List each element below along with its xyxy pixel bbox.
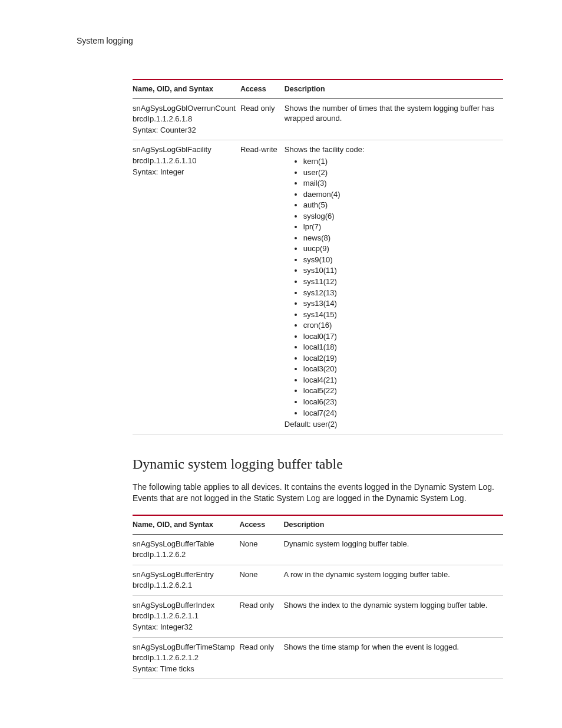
object-name: snAgSysLogBufferIndex — [133, 600, 234, 611]
col-header-name: Name, OID, and Syntax — [133, 80, 240, 98]
cell-access: Read-write — [240, 140, 285, 434]
cell-access: None — [239, 565, 283, 595]
col-header-desc: Description — [284, 515, 504, 534]
object-name: snAgSysLogGblOverrunCount — [133, 103, 236, 114]
syslog-buffer-table: Name, OID, and Syntax Access Description… — [133, 515, 503, 679]
section-heading: Dynamic system logging buffer table — [133, 454, 503, 473]
object-oid: brcdIp.1.1.2.6.2.1.1 — [133, 611, 234, 621]
desc-default: Default: user(2) — [285, 419, 498, 430]
list-item: cron(16) — [303, 320, 498, 331]
object-oid: brcdIp.1.1.2.6.2.1.2 — [133, 653, 234, 663]
object-name: snAgSysLogGblFacility — [133, 144, 236, 155]
object-name: snAgSysLogBufferTimeStamp — [133, 642, 234, 653]
object-name: snAgSysLogBufferTable — [133, 539, 234, 549]
list-item: local2(19) — [303, 353, 498, 364]
table-row: snAgSysLogGblOverrunCount brcdIp.1.1.2.6… — [133, 98, 503, 140]
list-item: sys9(10) — [303, 255, 498, 265]
cell-name: snAgSysLogBufferTable brcdIp.1.1.2.6.2 — [133, 534, 239, 565]
list-item: sys10(11) — [303, 265, 498, 276]
object-syntax: Syntax: Integer32 — [133, 622, 234, 633]
object-oid: brcdIp.1.1.2.6.1.10 — [133, 156, 236, 166]
section-intro: The following table applies to all devic… — [133, 482, 503, 504]
cell-name: snAgSysLogBufferIndex brcdIp.1.1.2.6.2.1… — [133, 595, 239, 637]
object-oid: brcdIp.1.1.2.6.1.8 — [133, 114, 236, 124]
list-item: local1(18) — [303, 342, 498, 353]
table-row: snAgSysLogBufferIndex brcdIp.1.1.2.6.2.1… — [133, 595, 503, 637]
cell-desc: Shows the facility code: kern(1) user(2)… — [285, 140, 503, 434]
list-item: syslog(6) — [303, 211, 498, 222]
list-item: sys13(14) — [303, 298, 498, 309]
table-row: snAgSysLogBufferEntry brcdIp.1.1.2.6.2.1… — [133, 565, 503, 595]
list-item: kern(1) — [303, 156, 498, 167]
list-item: local6(23) — [303, 397, 498, 407]
table-row: snAgSysLogGblFacility brcdIp.1.1.2.6.1.1… — [133, 140, 503, 434]
cell-desc: Shows the number of times that the syste… — [285, 98, 503, 140]
col-header-access: Access — [240, 80, 285, 98]
cell-desc: Shows the index to the dynamic system lo… — [284, 595, 504, 637]
list-item: daemon(4) — [303, 189, 498, 200]
object-syntax: Syntax: Counter32 — [133, 125, 236, 136]
table-row: snAgSysLogBufferTable brcdIp.1.1.2.6.2 N… — [133, 534, 503, 565]
cell-name: snAgSysLogGblFacility brcdIp.1.1.2.6.1.1… — [133, 140, 240, 434]
desc-intro: Shows the facility code: — [285, 144, 498, 155]
object-syntax: Syntax: Time ticks — [133, 664, 234, 674]
col-header-name: Name, OID, and Syntax — [133, 515, 239, 534]
list-item: sys12(13) — [303, 288, 498, 298]
cell-access: Read only — [239, 595, 283, 637]
object-name: snAgSysLogBufferEntry — [133, 569, 234, 580]
list-item: sys14(15) — [303, 309, 498, 320]
cell-desc: Dynamic system logging buffer table. — [284, 534, 504, 565]
cell-name: snAgSysLogBufferTimeStamp brcdIp.1.1.2.6… — [133, 637, 239, 679]
syslog-global-table: Name, OID, and Syntax Access Description… — [133, 79, 503, 434]
list-item: lpr(7) — [303, 222, 498, 232]
table-row: snAgSysLogBufferTimeStamp brcdIp.1.1.2.6… — [133, 637, 503, 679]
table-header-row: Name, OID, and Syntax Access Description — [133, 80, 503, 98]
list-item: uucp(9) — [303, 243, 498, 254]
facility-list: kern(1) user(2) mail(3) daemon(4) auth(5… — [303, 156, 498, 418]
cell-access: Read only — [240, 98, 285, 140]
page-header: System logging — [77, 35, 503, 47]
list-item: local3(20) — [303, 364, 498, 374]
object-syntax: Syntax: Integer — [133, 167, 236, 177]
list-item: local4(21) — [303, 375, 498, 386]
cell-desc: A row in the dynamic system logging buff… — [284, 565, 504, 595]
object-oid: brcdIp.1.1.2.6.2.1 — [133, 580, 234, 591]
cell-access: Read only — [239, 637, 283, 679]
cell-desc: Shows the time stamp for when the event … — [284, 637, 504, 679]
cell-name: snAgSysLogBufferEntry brcdIp.1.1.2.6.2.1 — [133, 565, 239, 595]
list-item: local0(17) — [303, 331, 498, 342]
list-item: auth(5) — [303, 200, 498, 210]
list-item: news(8) — [303, 233, 498, 243]
cell-access: None — [239, 534, 283, 565]
list-item: mail(3) — [303, 178, 498, 189]
col-header-desc: Description — [285, 80, 503, 98]
list-item: local5(22) — [303, 386, 498, 396]
list-item: local7(24) — [303, 408, 498, 419]
table-header-row: Name, OID, and Syntax Access Description — [133, 515, 503, 534]
object-oid: brcdIp.1.1.2.6.2 — [133, 549, 234, 560]
col-header-access: Access — [239, 515, 283, 534]
list-item: user(2) — [303, 167, 498, 178]
cell-name: snAgSysLogGblOverrunCount brcdIp.1.1.2.6… — [133, 98, 240, 140]
list-item: sys11(12) — [303, 276, 498, 287]
